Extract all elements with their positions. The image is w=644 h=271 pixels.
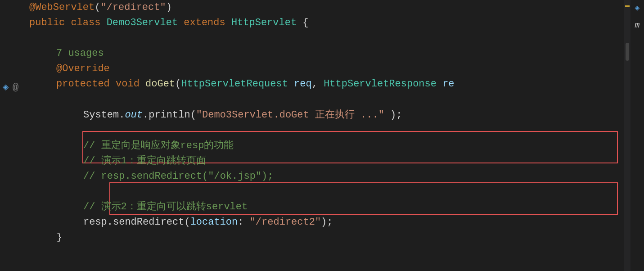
code-editor: @WebServlet("/redirect") public class De… [25, 0, 624, 271]
token: ) [166, 0, 172, 15]
right-panel-icon: ◈ [635, 2, 640, 15]
token: location [190, 215, 238, 230]
right-panel-label: m [635, 19, 640, 32]
gutter-at-symbol: @ [13, 80, 18, 95]
token: ( [95, 0, 100, 15]
token: class [71, 15, 100, 31]
token: HttpServletResponse [324, 77, 437, 92]
code-line-6: protected void doGet(HttpServletRequest … [29, 77, 620, 92]
code-line-9 [29, 123, 620, 138]
token: Demo3Servlet [107, 15, 178, 31]
token: // 演示2：重定向可以跳转servlet [83, 199, 248, 215]
code-line-12: // resp.sendRedirect("/ok.jsp"); [29, 169, 620, 184]
code-line-3 [29, 31, 620, 46]
scrollbar[interactable] [624, 0, 630, 271]
token: "Demo3Servlet.doGet 正在执行 ..." [196, 108, 384, 123]
token: public [29, 15, 65, 31]
token: req [294, 77, 312, 92]
token: // resp.sendRedirect("/ok.jsp"); [83, 169, 273, 184]
token: "/redirect2" [250, 215, 321, 230]
scrollbar-dash [625, 5, 630, 7]
token: System. [83, 108, 125, 123]
code-line-14: // 演示2：重定向可以跳转servlet [29, 199, 620, 215]
code-line-5: @Override [29, 61, 620, 77]
token: HttpServlet [231, 15, 297, 31]
code-line-11: // 演示1：重定向跳转页面 [29, 154, 620, 169]
scrollbar-thumb[interactable] [626, 43, 629, 61]
gutter: ◈ @ [0, 0, 25, 271]
token: void [116, 77, 140, 92]
token: resp.sendRedirect( [83, 215, 190, 230]
token: extends [184, 15, 225, 31]
code-line-10: // 重定向是响应对象resp的功能 [29, 138, 620, 154]
token: // 演示1：重定向跳转页面 [83, 154, 206, 169]
code-line-13 [29, 184, 620, 199]
code-lines: @WebServlet("/redirect") public class De… [29, 0, 620, 246]
code-line-15: resp.sendRedirect(location: "/redirect2"… [29, 215, 620, 230]
token: "/redirect" [100, 0, 166, 15]
token: @Override [56, 61, 110, 77]
code-line-2: public class Demo3Servlet extends HttpSe… [29, 15, 620, 31]
token: } [56, 230, 62, 245]
token: out [125, 108, 143, 123]
code-line-4: 7 usages [29, 46, 620, 61]
code-line-1: @WebServlet("/redirect") [29, 0, 620, 15]
token: @WebServlet [29, 0, 95, 15]
token: protected [56, 77, 110, 92]
usages-label: 7 usages [56, 46, 104, 61]
right-panel: ◈ m [630, 0, 644, 271]
code-line-8: System.out.println("Demo3Servlet.doGet 正… [29, 108, 620, 123]
token: re [442, 77, 454, 92]
token: HttpServletRequest [181, 77, 288, 92]
gutter-override-icon: ◈ [3, 80, 9, 95]
code-line-7 [29, 92, 620, 108]
token: doGet [145, 77, 175, 92]
code-line-16: } [29, 230, 620, 245]
token: // 重定向是响应对象resp的功能 [83, 138, 234, 154]
